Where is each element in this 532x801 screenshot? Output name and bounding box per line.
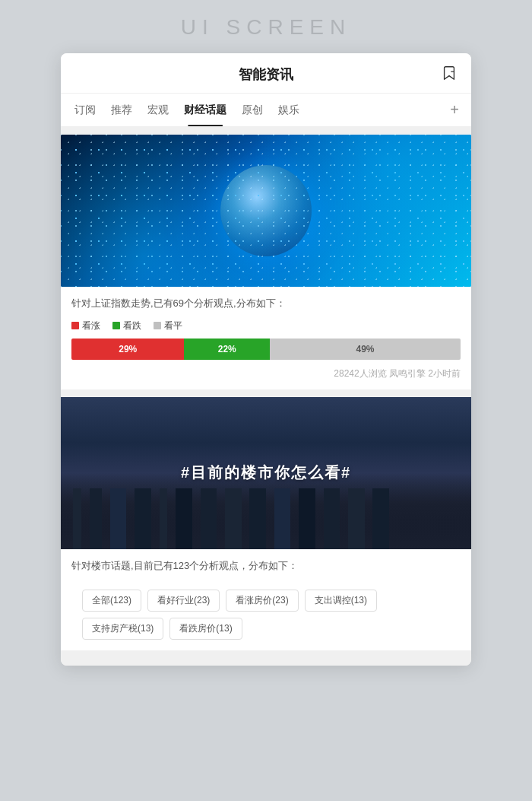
tag-filter-row: 全部(123) 看好行业(23) 看涨房价(23) 支出调控(13) 支持房产税… xyxy=(71,582,461,640)
ui-screen-label: UI SCREEN xyxy=(181,15,351,40)
article-card-1: 针对上证指数走势,已有69个分析观点,分布如下： 看涨 看跌 看平 xyxy=(61,135,471,389)
bull-dot xyxy=(71,322,79,329)
flat-label: 看平 xyxy=(164,319,182,332)
city-visual: #目前的楼市你怎么看# xyxy=(61,397,471,549)
tag-regulation[interactable]: 支出调控(13) xyxy=(305,590,377,612)
bear-dot xyxy=(112,322,120,329)
tag-rising-price[interactable]: 看涨房价(23) xyxy=(226,590,298,612)
article-image-2[interactable]: #目前的楼市你怎么看# xyxy=(61,397,471,549)
tag-bullish-industry[interactable]: 看好行业(23) xyxy=(147,590,220,612)
add-tab-button[interactable]: + xyxy=(444,94,465,126)
article-card-2: #目前的楼市你怎么看# 针对楼市话题,目前已有123个分析观点，分布如下： 全部… xyxy=(61,397,471,650)
nav-tabs: 订阅 推荐 宏观 财经话题 原创 娱乐 + xyxy=(61,94,471,127)
tab-original[interactable]: 原创 xyxy=(234,94,271,126)
tab-entertainment[interactable]: 娱乐 xyxy=(271,94,307,126)
legend-row: 看涨 看跌 看平 xyxy=(71,319,461,332)
content-area: 针对上证指数走势,已有69个分析观点,分布如下： 看涨 看跌 看平 xyxy=(61,127,471,666)
card-body-1: 针对上证指数走势,已有69个分析观点,分布如下： 看涨 看跌 看平 xyxy=(61,287,471,389)
tag-falling-price[interactable]: 看跌房价(13) xyxy=(169,618,242,640)
bear-label: 看跌 xyxy=(123,319,141,332)
card-desc-1: 针对上证指数走势,已有69个分析观点,分布如下： xyxy=(71,296,461,312)
legend-bull: 看涨 xyxy=(71,319,100,332)
tag-all[interactable]: 全部(123) xyxy=(82,590,141,612)
tab-macro[interactable]: 宏观 xyxy=(140,94,176,126)
progress-bull: 29% xyxy=(71,339,184,360)
article-image-1[interactable] xyxy=(61,135,471,287)
progress-bear: 22% xyxy=(184,339,270,360)
app-title: 智能资讯 xyxy=(239,65,293,84)
outer-wrapper: UI SCREEN 智能资讯 订阅 推荐 宏观 财经话题 原创 娱乐 + xyxy=(0,0,532,801)
tag-property-tax[interactable]: 支持房产税(13) xyxy=(82,618,163,640)
card-desc-2: 针对楼市话题,目前已有123个分析观点，分布如下： xyxy=(71,558,461,574)
flat-dot xyxy=(154,322,161,329)
city-buildings xyxy=(61,488,471,549)
tab-recommend[interactable]: 推荐 xyxy=(103,94,140,126)
progress-flat: 49% xyxy=(270,339,461,360)
legend-flat: 看平 xyxy=(154,319,182,332)
legend-bear: 看跌 xyxy=(112,319,141,332)
city-title-text: #目前的楼市你怎么看# xyxy=(181,462,351,483)
tab-finance[interactable]: 财经话题 xyxy=(176,94,234,126)
globe-visual xyxy=(61,135,471,287)
dots-overlay xyxy=(61,135,471,287)
phone-card: 智能资讯 订阅 推荐 宏观 财经话题 原创 娱乐 + xyxy=(61,53,471,666)
tab-subscribe[interactable]: 订阅 xyxy=(67,94,103,126)
progress-bar: 29% 22% 49% xyxy=(71,339,461,360)
app-header: 智能资讯 xyxy=(61,53,471,94)
bull-label: 看涨 xyxy=(82,319,100,332)
card-body-2: 针对楼市话题,目前已有123个分析观点，分布如下： 全部(123) 看好行业(2… xyxy=(61,549,471,650)
bookmark-icon[interactable] xyxy=(439,63,459,83)
card-footer-1: 28242人浏览 凤鸣引擎 2小时前 xyxy=(71,367,461,380)
